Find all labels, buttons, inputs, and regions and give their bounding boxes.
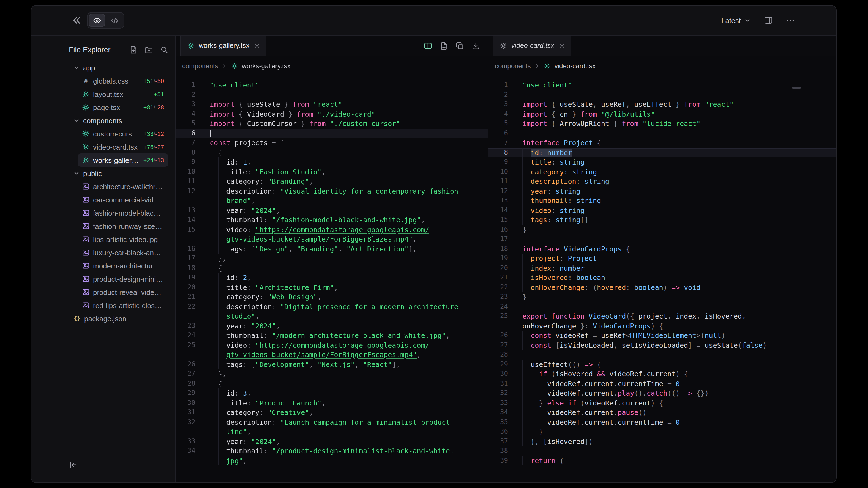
collapse-panel-button[interactable]: [71, 15, 82, 25]
line-number[interactable]: 11: [488, 176, 516, 186]
code-line[interactable]: 16}: [488, 225, 836, 234]
code-line[interactable]: 24: [488, 302, 836, 312]
collapse-sidebar-button[interactable]: [69, 460, 78, 469]
line-number[interactable]: 8: [488, 148, 516, 157]
line-number[interactable]: 4: [176, 109, 203, 119]
code-line[interactable]: 21 isHovered: boolean: [488, 273, 836, 283]
line-number[interactable]: 22: [488, 283, 516, 292]
code-editor-works-gallery[interactable]: 1"use client"23import { useState } from …: [176, 76, 488, 483]
tree-item-lips-artistic-video.jpg[interactable]: lips-artistic-video.jpg: [78, 233, 168, 246]
line-number[interactable]: 7: [176, 138, 203, 148]
line-number[interactable]: 33: [488, 398, 516, 408]
line-number[interactable]: 19: [488, 254, 516, 263]
tree-item-architecture-walkthro[interactable]: architecture-walkthro…: [78, 180, 168, 193]
code-line[interactable]: 9 id: 1,: [176, 157, 488, 167]
tree-item-fashion-runway-scen[interactable]: fashion-runway-scen…: [78, 220, 168, 233]
code-line[interactable]: 4import { VideoCard } from "./video-card…: [176, 109, 488, 119]
tree-item-luxury-car-black-and[interactable]: luxury-car-black-and-…: [78, 246, 168, 259]
code-line[interactable]: 31 videoRef.current.currentTime = 0: [488, 379, 836, 388]
line-number[interactable]: 8: [176, 148, 203, 157]
line-number[interactable]: 20: [176, 283, 203, 292]
tree-item-product-design-minim[interactable]: product-design-minim…: [78, 272, 168, 286]
code-line[interactable]: 17: [488, 234, 836, 244]
line-number[interactable]: 32: [488, 388, 516, 398]
line-number[interactable]: [488, 321, 516, 331]
line-number[interactable]: 27: [488, 340, 516, 350]
line-number[interactable]: 20: [488, 263, 516, 273]
line-number[interactable]: 6: [488, 128, 516, 138]
code-line[interactable]: 1"use client": [176, 80, 488, 90]
code-line[interactable]: 21 category: "Web Design",: [176, 292, 488, 302]
copy-code-button[interactable]: [456, 41, 464, 50]
line-number[interactable]: 39: [488, 456, 516, 465]
line-number[interactable]: 6: [176, 128, 203, 138]
code-line[interactable]: 20 title: "Architecture Firm",: [176, 283, 488, 292]
version-dropdown[interactable]: Latest: [721, 16, 751, 25]
line-number[interactable]: 2: [488, 90, 516, 100]
code-line[interactable]: 15 tags: string[]: [488, 215, 836, 225]
line-number[interactable]: 27: [176, 369, 203, 379]
line-number[interactable]: 15: [488, 215, 516, 225]
code-line[interactable]: 14 video: string: [488, 205, 836, 215]
line-number[interactable]: 18: [488, 244, 516, 254]
line-number[interactable]: 3: [176, 100, 203, 109]
line-number[interactable]: 5: [488, 119, 516, 128]
download-button[interactable]: [472, 41, 480, 50]
tree-item-components[interactable]: components: [69, 114, 168, 127]
search-button[interactable]: [160, 45, 168, 54]
code-line[interactable]: 27 const [isVideoLoaded, setIsVideoLoade…: [488, 340, 836, 350]
more-options-button[interactable]: [786, 16, 795, 25]
line-number[interactable]: 7: [488, 138, 516, 148]
code-line[interactable]: 35 videoRef.current.currentTime = 0: [488, 417, 836, 427]
code-line[interactable]: 22 onHoverChange: (hovered: boolean) => …: [488, 283, 836, 292]
code-line[interactable]: 17 },: [176, 254, 488, 263]
code-line[interactable]: 28: [488, 350, 836, 360]
code-line[interactable]: 25export function VideoCard({ project, i…: [488, 312, 836, 321]
code-line[interactable]: 12 year: string: [488, 186, 836, 196]
code-line[interactable]: 7const projects = [: [176, 138, 488, 148]
tree-item-package.json[interactable]: {}package.json: [69, 312, 168, 325]
code-line[interactable]: 3import { useState, useRef, useEffect } …: [488, 100, 836, 109]
line-number[interactable]: 16: [176, 244, 203, 254]
code-line[interactable]: 25 video: "https://commondatastorage.goo…: [176, 340, 488, 350]
line-number[interactable]: 18: [176, 263, 203, 273]
open-file-button[interactable]: [440, 41, 448, 50]
line-number[interactable]: 1: [488, 80, 516, 90]
tree-item-car-commercial-video[interactable]: car-commercial-video-…: [78, 193, 168, 206]
code-line[interactable]: 4import { cn } from "@/lib/utils": [488, 109, 836, 119]
line-number[interactable]: [176, 312, 203, 321]
tree-item-globals.css[interactable]: #globals.css+51/-50: [78, 74, 168, 88]
code-line[interactable]: 14 thumbnail: "/fashion-model-black-and-…: [176, 215, 488, 225]
code-line[interactable]: 3import { useState } from "react": [176, 100, 488, 109]
line-number[interactable]: 30: [176, 398, 203, 408]
tree-item-page.tsx[interactable]: page.tsx+81/-28: [78, 101, 168, 114]
line-number[interactable]: 23: [176, 321, 203, 331]
line-number[interactable]: 1: [176, 80, 203, 90]
code-line[interactable]: 22 description: "Digital presence for a …: [176, 302, 488, 312]
line-number[interactable]: 31: [176, 408, 203, 417]
layout-panel-button[interactable]: [764, 16, 773, 25]
code-line[interactable]: 27 },: [176, 369, 488, 379]
code-line[interactable]: 29 id: 3,: [176, 388, 488, 398]
line-number[interactable]: 36: [488, 427, 516, 436]
code-line[interactable]: 12 description: "Visual identity for a c…: [176, 186, 488, 196]
line-number[interactable]: 26: [176, 360, 203, 369]
line-number[interactable]: 28: [488, 350, 516, 360]
tree-item-works-galler[interactable]: works-galler…+24/-13: [78, 154, 168, 167]
code-line[interactable]: 6: [488, 128, 836, 138]
tree-item-app[interactable]: app: [69, 61, 168, 74]
line-number[interactable]: 22: [176, 302, 203, 312]
code-line[interactable]: 34 videoRef.current.pause(): [488, 408, 836, 417]
code-line[interactable]: 2: [176, 90, 488, 100]
code-line[interactable]: 26 tags: ["Development", "Next.js", "Rea…: [176, 360, 488, 369]
line-number[interactable]: 37: [488, 436, 516, 446]
code-line[interactable]: 7interface Project {: [488, 138, 836, 148]
code-line[interactable]: 8 {: [176, 148, 488, 157]
tree-item-product-reveal-video.j[interactable]: product-reveal-video.j…: [78, 286, 168, 299]
code-line[interactable]: 20 index: number: [488, 263, 836, 273]
code-editor-video-card[interactable]: 1"use client"23import { useState, useRef…: [488, 76, 836, 483]
code-line[interactable]: 36 }: [488, 427, 836, 436]
code-line[interactable]: 18interface VideoCardProps {: [488, 244, 836, 254]
tab-works-gallery[interactable]: works-gallery.tsx: [180, 36, 267, 56]
tree-item-layout.tsx[interactable]: layout.tsx+51: [78, 88, 168, 101]
